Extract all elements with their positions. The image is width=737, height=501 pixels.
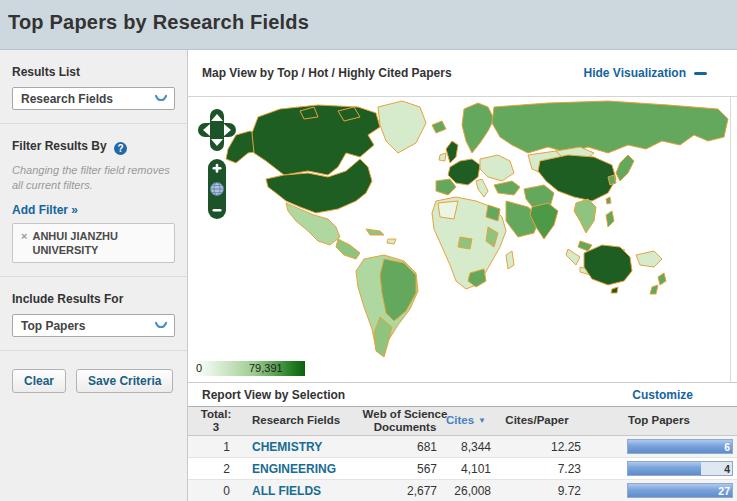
report-view-header: Report View by Selection Customize: [188, 382, 737, 406]
country-ireland[interactable]: [439, 153, 446, 161]
table-row: 0 ALL FIELDS 2,677 26,008 9.72 27: [188, 480, 737, 501]
country-philippines[interactable]: [606, 211, 614, 227]
globe-icon: [211, 183, 224, 196]
country-tasmania[interactable]: [611, 287, 618, 293]
active-filter-tag[interactable]: × ANHUI JIANZHU UNIVERSITY: [12, 223, 175, 264]
include-results-dropdown[interactable]: Top Papers: [12, 314, 175, 337]
report-view-title: Report View by Selection: [202, 388, 345, 402]
include-results-selected-value: Top Papers: [21, 319, 85, 333]
top-papers-bar: 27: [627, 483, 733, 498]
country-malaysia[interactable]: [578, 241, 592, 251]
country[interactable]: [387, 239, 396, 244]
country-uk[interactable]: [446, 141, 458, 163]
add-filter-link[interactable]: Add Filter »: [12, 203, 78, 217]
cites-per-paper-cell: 12.25: [491, 440, 583, 454]
field-link-all-fields[interactable]: ALL FIELDS: [252, 484, 321, 498]
country-scandinavia[interactable]: [462, 103, 494, 153]
country[interactable]: [336, 239, 360, 259]
filter-results-section: Filter Results By ? Changing the filter …: [0, 124, 187, 277]
results-table: Total: 3 Research Fields Web of Science …: [188, 406, 737, 501]
country-greenland[interactable]: [378, 101, 426, 153]
results-list-section: Results List Research Fields: [0, 50, 187, 124]
include-results-section: Include Results For Top Papers: [0, 277, 187, 351]
filters-sidebar: Results List Research Fields Filter Resu…: [0, 50, 187, 501]
results-list-label: Results List: [12, 65, 175, 79]
country-cuba[interactable]: [366, 229, 384, 235]
rank-cell: 1: [188, 440, 244, 454]
country-russia[interactable]: [492, 101, 728, 153]
map-view-header: Map View by Top / Hot / Highly Cited Pap…: [188, 50, 737, 96]
field-link-chemistry[interactable]: CHEMISTRY: [252, 440, 322, 454]
column-header-cites-per-paper[interactable]: Cites/Paper: [491, 414, 583, 427]
country-italy[interactable]: [476, 179, 488, 197]
chevron-down-icon: [154, 321, 168, 331]
customize-link[interactable]: Customize: [632, 388, 693, 402]
table-header-row: Total: 3 Research Fields Web of Science …: [188, 406, 737, 436]
cites-cell: 8,344: [441, 440, 491, 454]
top-papers-bar: 6: [627, 439, 733, 454]
legend-max-value: 79,391: [249, 362, 283, 374]
top-papers-value: 6: [724, 441, 730, 453]
documents-cell: 2,677: [369, 484, 441, 498]
remove-filter-icon[interactable]: ×: [21, 229, 27, 243]
country-madagascar[interactable]: [506, 251, 514, 269]
active-filter-label: ANHUI JIANZHU UNIVERSITY: [32, 229, 168, 258]
column-header-top-papers[interactable]: Top Papers: [583, 414, 735, 427]
country-korea[interactable]: [608, 175, 616, 185]
country-india[interactable]: [530, 203, 558, 239]
country-iceland[interactable]: [432, 121, 446, 133]
clear-button[interactable]: Clear: [12, 369, 66, 393]
table-row: 2 ENGINEERING 567 4,101 7.23 4: [188, 458, 737, 480]
chevron-down-icon: [154, 94, 168, 104]
minus-icon: [694, 72, 707, 75]
rank-cell: 0: [188, 484, 244, 498]
country-new-guinea[interactable]: [636, 251, 662, 267]
rank-cell: 2: [188, 462, 244, 476]
country-indochina[interactable]: [574, 199, 596, 233]
save-criteria-button[interactable]: Save Criteria: [76, 369, 173, 393]
zoom-out-icon: [213, 209, 222, 212]
country-turkey[interactable]: [494, 181, 520, 195]
cites-cell: 4,101: [441, 462, 491, 476]
map-color-legend: 0 79,391: [193, 361, 305, 376]
sort-descending-icon: ▼: [478, 416, 486, 425]
hide-visualization-link[interactable]: Hide Visualization: [584, 66, 707, 80]
country-taiwan[interactable]: [606, 197, 611, 204]
top-papers-value: 27: [718, 485, 730, 497]
documents-cell: 567: [369, 462, 441, 476]
results-list-dropdown[interactable]: Research Fields: [12, 87, 175, 110]
country-sumatra[interactable]: [566, 249, 580, 265]
include-results-label: Include Results For: [12, 292, 175, 306]
column-header-cites[interactable]: Cites▼: [441, 414, 491, 427]
country-eastern-europe[interactable]: [480, 155, 514, 181]
total-count: 3: [213, 421, 219, 433]
main-content: Map View by Top / Hot / Highly Cited Pap…: [187, 50, 737, 501]
top-papers-value: 4: [724, 463, 730, 475]
country-france-germany[interactable]: [448, 159, 480, 185]
column-header-documents[interactable]: Web of Science Documents: [369, 408, 441, 434]
map-navigation-controls[interactable]: [198, 109, 236, 221]
documents-cell: 681: [369, 440, 441, 454]
page-title: Top Papers by Research Fields: [8, 11, 737, 34]
map-view-title: Map View by Top / Hot / Highly Cited Pap…: [202, 66, 452, 80]
legend-min-value: 0: [196, 362, 202, 374]
column-header-research-fields[interactable]: Research Fields: [244, 414, 369, 427]
country-spain[interactable]: [436, 179, 456, 195]
column-header-total: Total: 3: [188, 408, 244, 434]
country-new-zealand-north[interactable]: [658, 273, 666, 285]
top-papers-bar: 4: [627, 461, 733, 476]
page-header: Top Papers by Research Fields: [0, 0, 737, 50]
country-north-africa[interactable]: [438, 201, 458, 219]
country-nigeria[interactable]: [458, 237, 472, 249]
world-map-panel: 0 79,391: [188, 96, 737, 382]
cites-per-paper-cell: 9.72: [491, 484, 583, 498]
cites-per-paper-cell: 7.23: [491, 462, 583, 476]
country-japan[interactable]: [616, 155, 634, 181]
world-map[interactable]: [188, 97, 730, 378]
filter-results-label: Filter Results By: [12, 139, 107, 153]
cites-cell: 26,008: [441, 484, 491, 498]
country-new-zealand-south[interactable]: [650, 285, 658, 294]
sidebar-actions-section: Clear Save Criteria: [0, 351, 187, 406]
help-question-icon[interactable]: ?: [114, 142, 127, 155]
field-link-engineering[interactable]: ENGINEERING: [252, 462, 336, 476]
